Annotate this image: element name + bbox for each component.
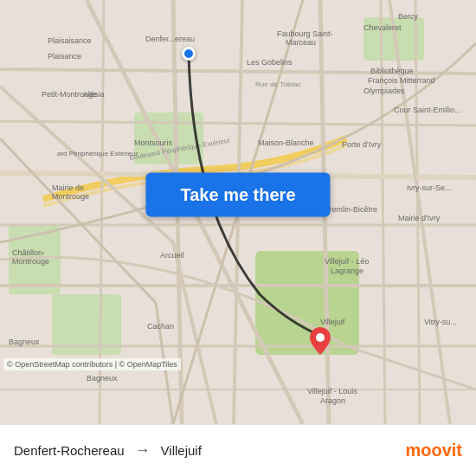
svg-text:Mairie d'Ivry: Mairie d'Ivry [398,214,441,222]
svg-point-57 [316,333,325,342]
moovit-logo: moovit [405,441,462,460]
svg-text:Montrouge: Montrouge [52,192,89,201]
svg-text:Montrouge: Montrouge [12,257,49,266]
svg-text:Ivry-sur-Se...: Ivry-sur-Se... [407,183,452,192]
svg-text:Châtillon-: Châtillon- [12,248,45,257]
svg-text:Arcueil: Arcueil [160,251,184,260]
svg-text:François Mitterrand: François Mitterrand [368,76,435,85]
svg-text:Les Gobelins: Les Gobelins [247,58,293,67]
svg-text:Maison-Blanche: Maison-Blanche [258,138,314,147]
svg-text:ard Périphérique Extérieur: ard Périphérique Extérieur [57,150,138,158]
svg-text:Plaisaisance: Plaisaisance [48,36,92,45]
svg-text:Faubourg Saint-: Faubourg Saint- [277,29,333,38]
svg-text:Vitry-su...: Vitry-su... [424,318,457,326]
svg-text:Petit-Montrouge: Petit-Montrouge [42,90,97,99]
svg-text:Rue de Tolbiac: Rue de Tolbiac [255,80,301,88]
svg-text:Bibliothèque: Bibliothèque [370,67,414,75]
svg-text:Montsouris: Montsouris [134,138,173,147]
svg-text:Bagneux: Bagneux [9,338,40,346]
svg-text:Villejuif - Léo: Villejuif - Léo [325,257,369,266]
bottom-bar: Denfert-Rochereau → Villejuif moovit [0,424,476,476]
svg-text:Olympiades: Olympiades [363,87,405,95]
destination-label: Villejuif [161,443,202,458]
origin-pin [182,47,196,61]
destination-pin [310,327,331,355]
take-me-there-button[interactable]: Take me there [145,173,330,217]
svg-text:Porte d'Ivry: Porte d'Ivry [342,140,382,149]
svg-text:Villejuif: Villejuif [320,318,345,326]
svg-text:Bagneux: Bagneux [87,374,118,383]
map-attribution: © OpenStreetMap contributors | © OpenMap… [3,358,181,370]
svg-text:Chevaleret: Chevaleret [363,23,402,32]
map-container: Boulevard Périphérique Extérieur Rue de … [0,0,476,424]
moovit-text: moovit [405,441,462,460]
route-info: Denfert-Rochereau → Villejuif [14,441,405,460]
svg-text:Cour Saint-Emilio...: Cour Saint-Emilio... [394,106,461,114]
svg-text:Denfer...ereau: Denfer...ereau [145,35,195,43]
svg-text:Bercy: Bercy [398,12,419,21]
svg-text:Aragon: Aragon [320,396,345,405]
svg-text:Plaisance: Plaisance [48,52,81,61]
svg-text:Lagrange: Lagrange [331,267,363,275]
origin-label: Denfert-Rochereau [14,443,125,458]
arrow-icon: → [135,441,151,460]
svg-text:Mairie de: Mairie de [52,183,84,192]
svg-text:Villejuif - Louis: Villejuif - Louis [307,387,357,396]
svg-text:Marceau: Marceau [286,38,316,47]
svg-text:Cachan: Cachan [147,322,174,331]
